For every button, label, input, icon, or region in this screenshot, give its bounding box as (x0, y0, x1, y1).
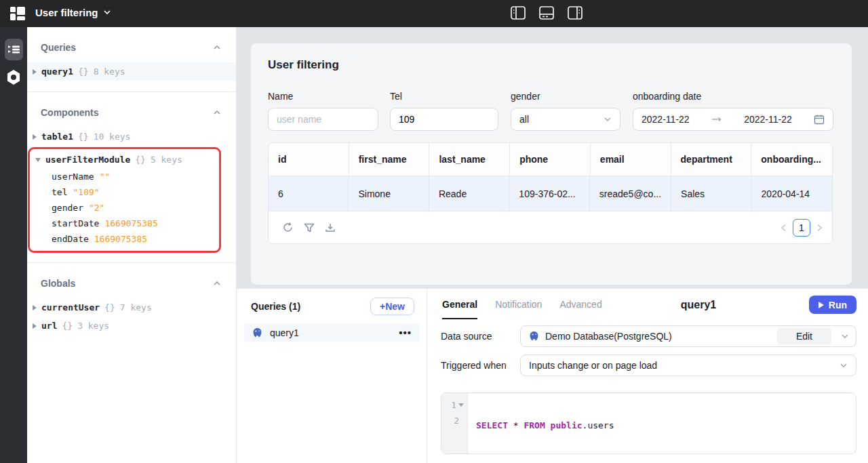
editor-tabs: General Notification Advanced (442, 299, 602, 319)
date-end[interactable]: 2022-11-22 (744, 114, 792, 125)
more-options-icon[interactable]: ••• (399, 327, 412, 338)
column-header[interactable]: last_name (429, 143, 510, 176)
tree-node-query1[interactable]: query1 {} 8 keys (27, 62, 236, 81)
code-gutter: 1 2 (441, 393, 468, 454)
gender-label: gender (511, 91, 620, 102)
column-header[interactable]: id (269, 143, 349, 176)
postgresql-icon (252, 327, 262, 338)
column-header[interactable]: department (671, 143, 752, 176)
expand-triangle-icon[interactable] (33, 305, 37, 310)
date-range-picker[interactable]: 2022-11-22 2022-11-22 (633, 108, 833, 131)
next-page-icon[interactable] (816, 224, 823, 232)
tel-field: Tel (390, 91, 498, 131)
expand-triangle-icon[interactable] (33, 69, 37, 75)
name-field: Name (268, 91, 378, 131)
run-button[interactable]: Run (809, 296, 856, 314)
new-query-button[interactable]: +New (370, 298, 414, 315)
cell-phone: 109-376-02... (509, 176, 589, 212)
section-globals: Globals currentUser {} 7 keys url {} 3 k… (27, 262, 236, 335)
pagination: 1 (781, 219, 823, 237)
right-panel-toggle-icon[interactable] (567, 5, 583, 20)
collapse-chevron-up-icon[interactable] (213, 281, 221, 286)
collapse-triangle-icon[interactable] (35, 158, 41, 162)
name-label: Name (268, 91, 378, 102)
tree-leaf-startDate[interactable]: startDate 1669075385 (30, 216, 219, 231)
table-footer: 1 (269, 212, 832, 243)
tree-node-table1[interactable]: table1 {} 10 keys (27, 127, 236, 146)
page-number[interactable]: 1 (793, 219, 810, 237)
canvas-area: User filtering Name Tel gender all onboa… (237, 27, 868, 288)
refresh-icon[interactable] (282, 222, 294, 233)
table-header-row: id first_name last_name phone email depa… (269, 143, 832, 176)
section-queries: Queries query1 {} 8 keys (27, 27, 236, 92)
triggered-when-label: Triggered when (441, 360, 520, 371)
data-source-value: Demo Database(PostgreSQL) (545, 331, 672, 342)
query-item-name: query1 (270, 327, 391, 338)
cell-department: Sales (671, 176, 751, 212)
left-panel-toggle-icon[interactable] (510, 5, 526, 20)
tab-advanced[interactable]: Advanced (559, 299, 601, 319)
date-start[interactable]: 2022-11-22 (642, 114, 690, 125)
triggered-when-select[interactable]: Inputs change or on page load (520, 355, 856, 376)
gender-select[interactable]: all (511, 108, 620, 131)
edit-datasource-button[interactable]: Edit (777, 328, 831, 344)
state-tree-tab[interactable] (5, 39, 23, 60)
calendar-icon[interactable] (814, 114, 825, 125)
left-rail (0, 27, 27, 463)
topbar: User filtering (0, 0, 868, 27)
chevron-down-icon[interactable] (103, 9, 111, 15)
panel-toggles (510, 5, 583, 20)
state-tree-icon (8, 44, 20, 55)
column-header[interactable]: first_name (349, 143, 430, 176)
cell-last-name: Reade (429, 176, 509, 212)
prev-page-icon[interactable] (781, 224, 787, 232)
tree-node-currentUser[interactable]: currentUser {} 7 keys (27, 298, 236, 317)
tree-leaf-gender[interactable]: gender "2" (30, 200, 219, 216)
tree-node-userFilterModule[interactable]: userFilterModule {} 5 keys (30, 150, 219, 169)
state-tree-panel: Queries query1 {} 8 keys Components tabl… (27, 27, 237, 463)
cell-id: 6 (269, 176, 349, 212)
column-header[interactable]: email (591, 143, 671, 176)
query-name[interactable]: query1 (661, 299, 736, 311)
page-title: User filtering (268, 58, 339, 72)
name-input[interactable] (268, 108, 378, 131)
red-highlight-box: userFilterModule {} 5 keys userName "" t… (28, 147, 221, 253)
users-table: id first_name last_name phone email depa… (268, 142, 833, 244)
expand-triangle-icon[interactable] (33, 134, 37, 140)
code-line-1: SELECT * FROM public.users (476, 418, 764, 433)
expand-triangle-icon[interactable] (33, 323, 37, 329)
tree-node-url[interactable]: url {} 3 keys (27, 317, 236, 335)
column-header[interactable]: onboarding... (751, 143, 832, 176)
tab-general[interactable]: General (442, 299, 477, 319)
cell-email: sreade5@co... (590, 176, 671, 212)
column-header[interactable]: phone (510, 143, 591, 176)
settings-icon[interactable] (6, 69, 21, 85)
tree-leaf-endDate[interactable]: endDate 1669075385 (30, 231, 219, 247)
range-arrow-icon (711, 116, 722, 123)
query-list-item[interactable]: query1 ••• (244, 323, 420, 342)
app-title[interactable]: User filtering (35, 7, 98, 18)
collapse-chevron-up-icon[interactable] (213, 45, 221, 50)
tree-leaf-userName[interactable]: userName "" (30, 169, 219, 184)
postgresql-icon (529, 331, 539, 342)
code-content[interactable]: SELECT * FROM public.users WHERE phone L… (468, 393, 764, 454)
app-logo-icon[interactable] (9, 5, 26, 22)
sql-code-editor[interactable]: 1 2 SELECT * FROM public.users WHERE pho… (441, 392, 856, 454)
data-source-select[interactable]: Demo Database(PostgreSQL) Edit (520, 325, 856, 347)
tree-leaf-tel[interactable]: tel "109" (30, 184, 219, 200)
table-row[interactable]: 6 Simone Reade 109-376-02... sreade5@co.… (269, 176, 832, 212)
collapse-chevron-up-icon[interactable] (213, 110, 221, 115)
query-panel: Queries (1) +New query1 ••• General Noti… (237, 288, 868, 463)
section-title: Queries (41, 42, 76, 53)
tab-notification[interactable]: Notification (495, 299, 542, 319)
download-icon[interactable] (325, 222, 336, 233)
bottom-panel-toggle-icon[interactable] (538, 5, 555, 20)
app-card: User filtering Name Tel gender all onboa… (251, 43, 852, 285)
fold-arrow-icon[interactable] (458, 403, 464, 407)
tel-input[interactable] (390, 108, 498, 131)
triggered-row: Triggered when Inputs change or on page … (441, 355, 856, 376)
filter-icon[interactable] (304, 222, 315, 233)
chevron-down-icon (604, 117, 612, 122)
data-source-row: Data source Demo Database(PostgreSQL) Ed… (441, 325, 856, 347)
query-editor: General Notification Advanced query1 Run… (427, 289, 868, 463)
